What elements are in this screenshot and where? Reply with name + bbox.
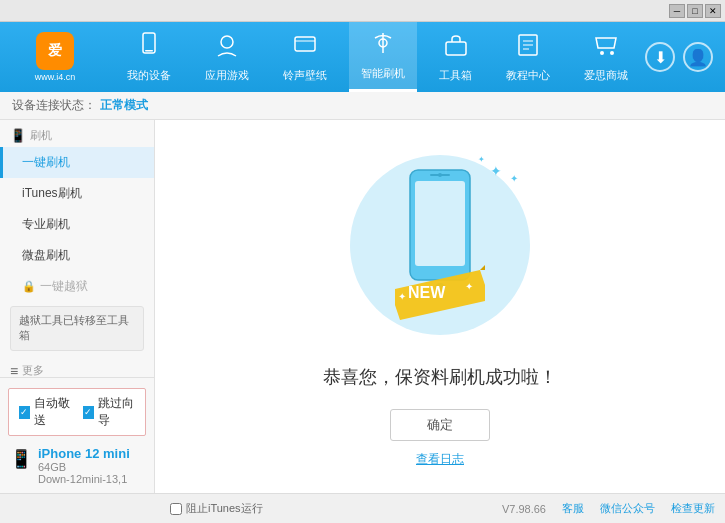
sidebar-item-one-key-flash[interactable]: 一键刷机 xyxy=(0,147,154,178)
ringtones-icon xyxy=(292,32,318,64)
sparkles-icon: ✦ xyxy=(490,163,502,179)
svg-rect-6 xyxy=(446,42,466,55)
svg-text:NEW: NEW xyxy=(408,284,446,301)
device-details: iPhone 12 mini 64GB Down-12mini-13,1 xyxy=(38,446,130,485)
confirm-button[interactable]: 确定 xyxy=(390,409,490,441)
svg-text:✦: ✦ xyxy=(398,291,406,302)
nav-item-toolbox-label: 工具箱 xyxy=(439,68,472,83)
nav-item-smart-flash-label: 智能刷机 xyxy=(361,66,405,81)
success-illustration: ✦ ✦ ✦ xyxy=(340,145,540,345)
today-link[interactable]: 查看日志 xyxy=(416,451,464,468)
check-update-link[interactable]: 检查更新 xyxy=(671,501,715,516)
window-controls[interactable]: ─ □ ✕ xyxy=(669,4,721,18)
version-text: V7.98.66 xyxy=(502,503,546,515)
shop-icon xyxy=(593,32,619,64)
sidebar-section-flash: 📱 刷机 xyxy=(0,120,154,147)
auto-sync-box[interactable]: ✓ xyxy=(19,406,30,419)
jailbreak-label: 一键越狱 xyxy=(40,278,88,295)
skip-wizard-check: ✓ xyxy=(84,407,92,417)
svg-rect-1 xyxy=(145,50,153,52)
wechat-link[interactable]: 微信公众号 xyxy=(600,501,655,516)
nav-item-toolbox[interactable]: 工具箱 xyxy=(427,22,484,92)
block-itunes-checkbox[interactable] xyxy=(170,503,182,515)
toolbox-icon xyxy=(443,32,469,64)
nav-items: 我的设备 应用游戏 铃声壁纸 智能刷机 工具箱 xyxy=(110,22,645,92)
nav-item-tutorial-label: 教程中心 xyxy=(506,68,550,83)
checkboxes-area: ✓ 自动敬送 ✓ 跳过向导 xyxy=(8,388,146,436)
download-button[interactable]: ⬇ xyxy=(645,42,675,72)
smart-flash-icon xyxy=(370,30,396,62)
svg-rect-14 xyxy=(415,181,465,266)
customer-service-link[interactable]: 客服 xyxy=(562,501,584,516)
close-button[interactable]: ✕ xyxy=(705,4,721,18)
user-button[interactable]: 👤 xyxy=(683,42,713,72)
svg-point-2 xyxy=(221,36,233,48)
device-panel: ✓ 自动敬送 ✓ 跳过向导 📱 iPhone 12 mini 64GB Down… xyxy=(0,377,155,493)
status-value: 正常模式 xyxy=(100,97,148,114)
skip-wizard-box[interactable]: ✓ xyxy=(83,406,94,419)
sidebar-item-cloud-flash[interactable]: 微盘刷机 xyxy=(0,240,154,271)
skip-wizard-label: 跳过向导 xyxy=(98,395,135,429)
sparkles-tiny-icon: ✦ xyxy=(478,155,485,164)
auto-sync-label: 自动敬送 xyxy=(34,395,71,429)
bottom-right: V7.98.66 客服 微信公众号 检查更新 xyxy=(502,501,715,516)
device-version: Down-12mini-13,1 xyxy=(38,473,130,485)
success-text: 恭喜您，保资料刷机成功啦！ xyxy=(323,365,557,389)
logo-icon: 爱 xyxy=(36,32,74,70)
my-device-icon xyxy=(136,32,162,64)
nav-item-smart-flash[interactable]: 智能刷机 xyxy=(349,22,417,92)
top-nav: 爱 www.i4.cn 我的设备 应用游戏 铃声壁纸 智能刷机 xyxy=(0,22,725,92)
nav-item-apps-label: 应用游戏 xyxy=(205,68,249,83)
device-icon: 📱 xyxy=(10,448,32,470)
nav-item-shop-label: 爱思商城 xyxy=(584,68,628,83)
device-info: 📱 iPhone 12 mini 64GB Down-12mini-13,1 xyxy=(0,442,154,489)
svg-rect-17 xyxy=(430,174,450,176)
block-itunes-label: 阻止iTunes运行 xyxy=(186,501,263,516)
nav-item-my-device[interactable]: 我的设备 xyxy=(115,22,183,92)
device-name: iPhone 12 mini xyxy=(38,446,130,461)
svg-point-12 xyxy=(610,51,614,55)
skip-wizard-checkbox[interactable]: ✓ 跳过向导 xyxy=(83,395,135,429)
logo-text: www.i4.cn xyxy=(35,72,76,82)
logo-area: 爱 www.i4.cn xyxy=(0,32,110,82)
apps-icon xyxy=(214,32,240,64)
sidebar-item-itunes-flash[interactable]: iTunes刷机 xyxy=(0,178,154,209)
flash-section-icon: 📱 xyxy=(10,128,26,143)
nav-item-shop[interactable]: 爱思商城 xyxy=(572,22,640,92)
content-area: ✦ ✦ ✦ xyxy=(155,120,725,493)
sidebar-item-pro-flash[interactable]: 专业刷机 xyxy=(0,209,154,240)
bottom-left: 阻止iTunes运行 xyxy=(170,501,263,516)
phone-svg: NEW ✦ ✦ xyxy=(395,165,485,325)
svg-text:✦: ✦ xyxy=(465,281,473,292)
nav-item-my-device-label: 我的设备 xyxy=(127,68,171,83)
sidebar-item-jailbreak: 🔒 一键越狱 xyxy=(0,271,154,302)
svg-rect-3 xyxy=(295,37,315,51)
status-label: 设备连接状态： xyxy=(12,97,96,114)
bottom-status: ✓ 自动敬送 ✓ 跳过向导 📱 iPhone 12 mini 64GB Down… xyxy=(0,493,725,523)
device-spec: 64GB xyxy=(38,461,130,473)
svg-point-11 xyxy=(600,51,604,55)
title-bar: ─ □ ✕ xyxy=(0,0,725,22)
minimize-button[interactable]: ─ xyxy=(669,4,685,18)
maximize-button[interactable]: □ xyxy=(687,4,703,18)
auto-sync-checkbox[interactable]: ✓ 自动敬送 xyxy=(19,395,71,429)
nav-item-apps[interactable]: 应用游戏 xyxy=(193,22,261,92)
nav-right: ⬇ 👤 xyxy=(645,42,725,72)
sparkles-small-icon: ✦ xyxy=(510,173,518,184)
lock-icon: 🔒 xyxy=(22,280,36,293)
svg-marker-20 xyxy=(480,260,485,270)
flash-section-label: 刷机 xyxy=(30,128,52,143)
tutorial-icon xyxy=(515,32,541,64)
nav-item-tutorial[interactable]: 教程中心 xyxy=(494,22,562,92)
status-bar: 设备连接状态： 正常模式 xyxy=(0,92,725,120)
nav-item-ringtones-label: 铃声壁纸 xyxy=(283,68,327,83)
auto-sync-check: ✓ xyxy=(20,407,28,417)
sidebar-notice: 越狱工具已转移至工具箱 xyxy=(10,306,144,351)
nav-item-ringtones[interactable]: 铃声壁纸 xyxy=(271,22,339,92)
